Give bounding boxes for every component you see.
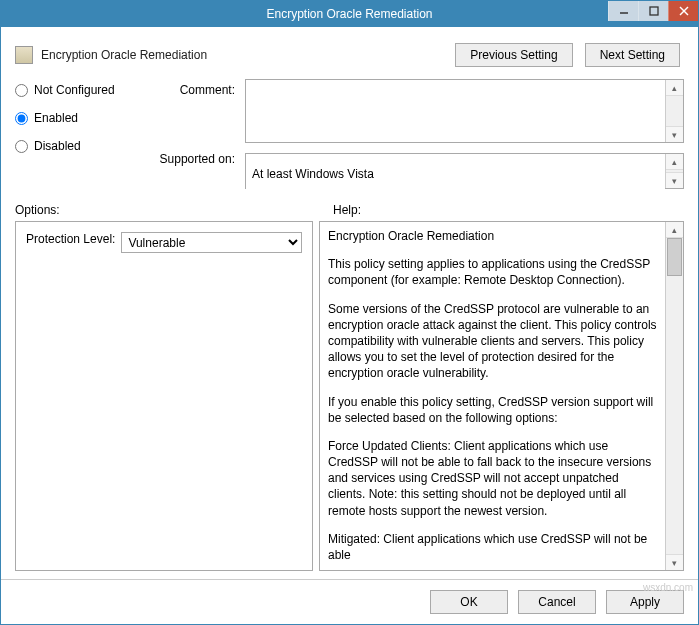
help-paragraph: Mitigated: Client applications which use… xyxy=(328,531,657,563)
comment-input[interactable] xyxy=(246,80,665,142)
cancel-button[interactable]: Cancel xyxy=(518,590,596,614)
help-paragraph: Force Updated Clients: Client applicatio… xyxy=(328,438,657,519)
svg-rect-1 xyxy=(650,7,658,15)
comment-scrollbar[interactable]: ▴ ▾ xyxy=(665,80,683,142)
protection-level-label: Protection Level: xyxy=(26,232,115,246)
field-labels: Comment: Supported on: xyxy=(155,79,235,189)
help-label: Help: xyxy=(333,203,684,217)
options-label: Options: xyxy=(15,203,333,217)
supported-scrollbar[interactable]: ▴ ▾ xyxy=(665,154,683,188)
ok-button[interactable]: OK xyxy=(430,590,508,614)
panels: Protection Level: Vulnerable Encryption … xyxy=(1,221,698,579)
apply-button[interactable]: Apply xyxy=(606,590,684,614)
policy-title: Encryption Oracle Remediation xyxy=(41,48,447,62)
comment-box: ▴ ▾ xyxy=(245,79,684,143)
previous-setting-button[interactable]: Previous Setting xyxy=(455,43,572,67)
scroll-up-icon[interactable]: ▴ xyxy=(666,80,683,96)
help-panel: Encryption Oracle Remediation This polic… xyxy=(319,221,684,571)
radio-disabled[interactable]: Disabled xyxy=(15,139,145,153)
nav-buttons: Previous Setting Next Setting xyxy=(455,43,680,67)
scroll-up-icon[interactable]: ▴ xyxy=(666,222,683,238)
radio-not-configured-input[interactable] xyxy=(15,84,28,97)
minimize-button[interactable] xyxy=(608,1,638,21)
footer: OK Cancel Apply xyxy=(1,579,698,624)
state-radios: Not Configured Enabled Disabled xyxy=(15,79,145,189)
options-panel: Protection Level: Vulnerable xyxy=(15,221,313,571)
title-bar: Encryption Oracle Remediation xyxy=(1,1,698,27)
help-paragraph: This policy setting applies to applicati… xyxy=(328,256,657,288)
protection-level-select[interactable]: Vulnerable xyxy=(121,232,302,253)
header: Encryption Oracle Remediation Previous S… xyxy=(1,27,698,71)
radio-enabled[interactable]: Enabled xyxy=(15,111,145,125)
svg-line-3 xyxy=(680,7,688,15)
fields: ▴ ▾ At least Windows Vista ▴ ▾ xyxy=(245,79,684,189)
help-paragraph: Some versions of the CredSSP protocol ar… xyxy=(328,301,657,382)
close-button[interactable] xyxy=(668,1,698,21)
scroll-up-icon[interactable]: ▴ xyxy=(666,154,683,170)
radio-label: Enabled xyxy=(34,111,78,125)
scroll-thumb[interactable] xyxy=(667,238,682,276)
radio-label: Disabled xyxy=(34,139,81,153)
radio-enabled-input[interactable] xyxy=(15,112,28,125)
maximize-button[interactable] xyxy=(638,1,668,21)
radio-label: Not Configured xyxy=(34,83,115,97)
next-setting-button[interactable]: Next Setting xyxy=(585,43,680,67)
scroll-down-icon[interactable]: ▾ xyxy=(666,172,683,188)
scroll-down-icon[interactable]: ▾ xyxy=(666,126,683,142)
supported-on-box: At least Windows Vista ▴ ▾ xyxy=(245,153,684,189)
help-scrollbar[interactable]: ▴ ▾ xyxy=(665,222,683,570)
help-text: Encryption Oracle Remediation This polic… xyxy=(320,222,665,570)
scroll-down-icon[interactable]: ▾ xyxy=(666,554,683,570)
radio-disabled-input[interactable] xyxy=(15,140,28,153)
supported-on-label: Supported on: xyxy=(155,152,235,166)
window-controls xyxy=(608,1,698,21)
help-paragraph: If you enable this policy setting, CredS… xyxy=(328,394,657,426)
window-title: Encryption Oracle Remediation xyxy=(266,7,432,21)
comment-label: Comment: xyxy=(155,83,235,97)
config-area: Not Configured Enabled Disabled Comment:… xyxy=(1,71,698,193)
policy-icon xyxy=(15,46,33,64)
section-labels: Options: Help: xyxy=(1,193,698,221)
radio-not-configured[interactable]: Not Configured xyxy=(15,83,145,97)
svg-line-2 xyxy=(680,7,688,15)
help-title: Encryption Oracle Remediation xyxy=(328,228,657,244)
scroll-track[interactable] xyxy=(666,238,683,554)
